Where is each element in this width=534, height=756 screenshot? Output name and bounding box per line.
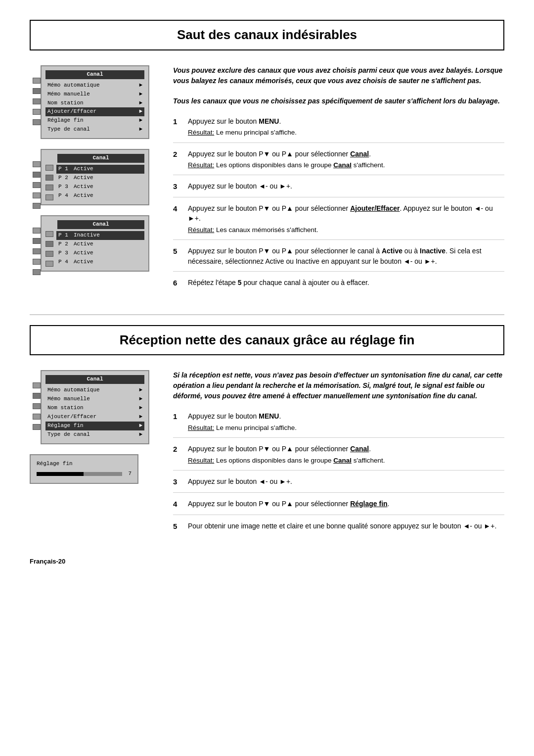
menu-active-icons — [33, 161, 41, 209]
section1-title: Saut des canaux indésirables — [30, 20, 504, 50]
icon-channel-2 — [33, 172, 41, 178]
icon-speaker-3 — [33, 259, 41, 265]
menu1-item-1: Mémo manuelle► — [45, 90, 144, 99]
ca-icon-2 — [45, 175, 53, 181]
s2-icon-channel — [33, 393, 41, 399]
icon-speaker-2 — [33, 192, 41, 198]
s2-icon-bottom — [33, 424, 41, 430]
reglage-bar-row: 7 — [35, 469, 134, 479]
page: Saut des canaux indésirables Canal Mémo … — [0, 0, 534, 756]
ci-icon-2 — [45, 241, 53, 247]
s2-step-4: 4 Appuyez sur le bouton P▼ ou P▲ pour sé… — [173, 499, 504, 515]
reglage-label-row: Réglage fin — [35, 459, 134, 469]
ci-icon-4 — [45, 261, 53, 267]
canal-active-icons — [45, 165, 53, 200]
icon-bottom — [33, 119, 41, 125]
canal-i-row-3: P 4Active — [56, 258, 144, 267]
s2-step-2: 2 Appuyez sur le bouton P▼ ou P▲ pour sé… — [173, 444, 504, 471]
reglage-bar — [37, 472, 122, 476]
s2-menu1-item-1: Mémo manuelle► — [45, 395, 144, 404]
ca-icon-3 — [45, 185, 53, 190]
canal-row-2: P 3Active — [56, 183, 144, 191]
s2-menu1-item-4-highlighted: Réglage fin► — [45, 422, 144, 430]
menu1-item-3-highlighted: Ajouter/Effacer► — [45, 107, 144, 116]
menu1-item-0: Mémo automatique► — [45, 81, 144, 90]
canal-row-1: P 2Active — [56, 174, 144, 183]
menu1-header: Canal — [45, 70, 144, 79]
page-footer: Français-20 — [30, 557, 504, 567]
section1-steps: 1 Appuyez sur le bouton MENU. Résultat: … — [173, 116, 504, 293]
ca-icon-1 — [45, 165, 53, 171]
s2-menu1-icons — [33, 382, 41, 430]
page-number: Français-20 — [30, 558, 65, 565]
canal-inactive-panel: Canal P 1Inactive — [41, 215, 149, 272]
s2-step-3: 3 Appuyez sur le bouton ◄- ou ►+. — [173, 476, 504, 493]
canal-active-panel: Canal P 1Active — [41, 149, 149, 205]
canal-i-row-2: P 3Active — [56, 249, 144, 258]
canal-i-row-0: P 1Inactive — [56, 231, 144, 240]
ci-icon-1 — [45, 231, 53, 237]
ci-icon-3 — [45, 251, 53, 257]
s2-menu1-item-5: Type de canal► — [45, 430, 144, 439]
section-divider — [30, 314, 504, 315]
step-3: 3 Appuyez sur le bouton ◄- ou ►+. — [173, 181, 504, 197]
icon-bottom-3 — [33, 269, 41, 275]
s2-menu1-item-2: Nom station► — [45, 404, 144, 413]
canal-row-0: P 1Active — [56, 165, 144, 174]
canal-active-rows: P 1Active P 2Active P 3Active P 4Active — [56, 165, 144, 200]
canal-i-row-1: P 2Active — [56, 240, 144, 249]
s2-menu1-item-3: Ajouter/Effacer► — [45, 413, 144, 422]
s2-step-5: 5 Pour obtenir une image nette et claire… — [173, 521, 504, 537]
section2-body: Canal Mémo automatique► Mémo manuelle► N… — [30, 370, 504, 542]
s2-menu1-item-0: Mémo automatique► — [45, 386, 144, 395]
icon-film — [33, 98, 41, 104]
section1-body: Canal Mémo automatique► Mémo manuelle► N… — [30, 65, 504, 299]
step-4: 4 Appuyez sur le bouton P▼ ou P▲ pour sé… — [173, 203, 504, 240]
step-2: 2 Appuyez sur le bouton P▼ ou P▲ pour sé… — [173, 149, 504, 176]
s2-menu1-panel: Canal Mémo automatique► Mémo manuelle► N… — [41, 370, 149, 444]
canal-inactive-body: P 1Inactive P 2Active P 3Active P 4Activ… — [45, 231, 144, 267]
section1-sub-intro: Tous les canaux que vous ne choisissez p… — [173, 96, 504, 106]
canal-inactive-icons — [45, 231, 53, 267]
menu-inactive-icons — [33, 228, 41, 275]
s2-icon-speaker — [33, 414, 41, 420]
reglage-label: Réglage fin — [37, 460, 73, 468]
menu1-item-4: Réglage fin► — [45, 116, 144, 125]
icon-antenna-3 — [33, 228, 41, 234]
canal-inactive-header: Canal — [57, 220, 144, 229]
section2-title: Réception nette des canaux grâce au régl… — [30, 325, 504, 356]
icon-channel — [33, 88, 41, 94]
s2-step-1: 1 Appuyez sur le bouton MENU. Résultat: … — [173, 411, 504, 438]
section1-menu-inactive: Canal P 1Inactive — [30, 215, 138, 272]
reglage-bar-fill — [37, 472, 84, 476]
section2-steps: 1 Appuyez sur le bouton MENU. Résultat: … — [173, 411, 504, 536]
menu1-icons — [33, 78, 41, 125]
section1-right-col: Vous pouvez exclure des canaux que vous … — [173, 65, 504, 299]
section2-left-col: Canal Mémo automatique► Mémo manuelle► N… — [30, 370, 158, 542]
ca-icon-4 — [45, 194, 53, 200]
icon-film-3 — [33, 248, 41, 254]
menu1-item-2: Nom station► — [45, 99, 144, 108]
icon-antenna-2 — [33, 161, 41, 167]
reglage-value: 7 — [128, 470, 132, 478]
canal-active-body: P 1Active P 2Active P 3Active P 4Active — [45, 165, 144, 200]
section1-menu-active: Canal P 1Active — [30, 149, 138, 205]
canal-row-3: P 4Active — [56, 191, 144, 200]
canal-inactive-rows: P 1Inactive P 2Active P 3Active P 4Activ… — [56, 231, 144, 267]
step-6: 6 Répétez l'étape 5 pour chaque canal à … — [173, 278, 504, 293]
s2-icon-antenna — [33, 382, 41, 388]
s2-menu1-header: Canal — [45, 375, 144, 384]
reglage-fin-panel: Réglage fin 7 — [30, 454, 138, 484]
icon-film-2 — [33, 182, 41, 188]
icon-channel-3 — [33, 238, 41, 244]
section1-intro: Vous pouvez exclure des canaux que vous … — [173, 65, 504, 86]
section2-menu1: Canal Mémo automatique► Mémo manuelle► N… — [30, 370, 138, 444]
section2-intro: Si la réception est nette, vous n'avez p… — [173, 370, 504, 401]
section1-menu1: Canal Mémo automatique► Mémo manuelle► N… — [30, 65, 138, 140]
section2-right-col: Si la réception est nette, vous n'avez p… — [173, 370, 504, 542]
step-1: 1 Appuyez sur le bouton MENU. Résultat: … — [173, 116, 504, 143]
section1-left-col: Canal Mémo automatique► Mémo manuelle► N… — [30, 65, 158, 299]
icon-speaker — [33, 109, 41, 115]
icon-bottom-2 — [33, 203, 41, 209]
icon-antenna — [33, 78, 41, 84]
